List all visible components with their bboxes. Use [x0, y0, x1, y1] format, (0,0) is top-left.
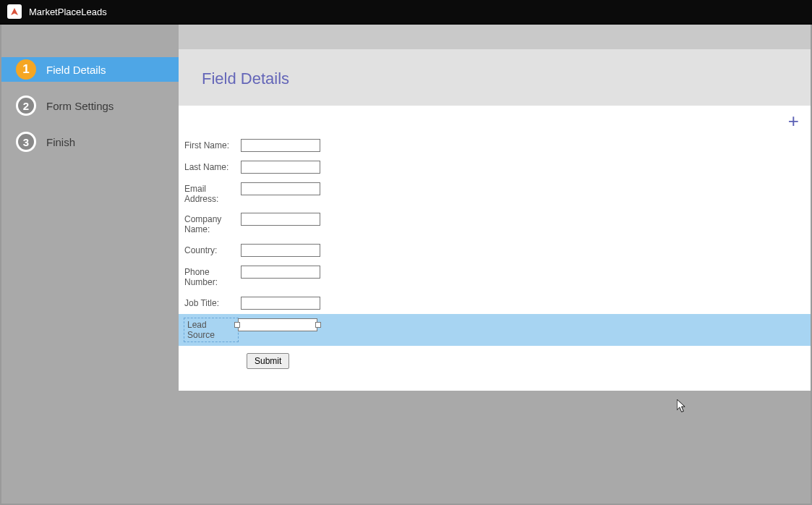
- company-input[interactable]: [241, 213, 320, 226]
- field-label: First Name:: [184, 139, 241, 150]
- step-field-details[interactable]: 1 Field Details: [1, 57, 179, 82]
- submit-row: Submit: [184, 346, 805, 369]
- form-area: + First Name: Last Name: Email Address: …: [179, 106, 811, 391]
- step-form-settings[interactable]: 2 Form Settings: [1, 93, 179, 118]
- add-field-icon[interactable]: +: [788, 111, 799, 130]
- field-row-email[interactable]: Email Address:: [184, 178, 805, 208]
- page-title: Field Details: [202, 69, 787, 88]
- field-label: Last Name:: [184, 161, 241, 172]
- step-badge-3: 3: [16, 132, 36, 152]
- titlebar: MarketPlaceLeads: [0, 0, 812, 25]
- toolbar: +: [179, 106, 811, 132]
- step-finish[interactable]: 3 Finish: [1, 130, 179, 154]
- step-badge-2: 2: [16, 96, 36, 116]
- app-icon: [7, 4, 22, 19]
- field-row-lead-source[interactable]: Lead Source: [179, 314, 811, 346]
- field-label: Company Name:: [184, 213, 241, 235]
- step-badge-1: 1: [16, 59, 36, 80]
- workspace: 1 Field Details 2 Form Settings 3 Finish…: [1, 25, 811, 504]
- submit-button[interactable]: Submit: [247, 353, 289, 369]
- field-row-country[interactable]: Country:: [184, 239, 805, 261]
- last-name-input[interactable]: [241, 161, 320, 174]
- field-label: Email Address:: [184, 182, 241, 204]
- job-title-input[interactable]: [241, 297, 320, 310]
- step-label-1: Field Details: [46, 64, 106, 76]
- field-row-job-title[interactable]: Job Title:: [184, 292, 805, 314]
- app-title: MarketPlaceLeads: [29, 7, 107, 17]
- step-label-2: Form Settings: [46, 100, 114, 112]
- selected-input-handles[interactable]: [238, 318, 317, 331]
- step-label-3: Finish: [46, 136, 75, 148]
- field-row-company[interactable]: Company Name:: [184, 208, 805, 239]
- header-strip: [179, 25, 811, 49]
- field-label: Phone Number:: [184, 266, 241, 288]
- country-input[interactable]: [241, 244, 320, 257]
- phone-input[interactable]: [241, 266, 320, 279]
- field-label: Country:: [184, 244, 241, 255]
- field-row-last-name[interactable]: Last Name:: [184, 156, 805, 178]
- email-input[interactable]: [241, 182, 320, 195]
- field-label: Lead Source: [184, 318, 238, 341]
- form-table: First Name: Last Name: Email Address: Co…: [179, 132, 811, 369]
- first-name-input[interactable]: [241, 139, 320, 152]
- sidebar: 1 Field Details 2 Form Settings 3 Finish: [1, 25, 179, 504]
- field-label: Job Title:: [184, 297, 241, 308]
- content: Field Details + First Name: Last Name: E…: [179, 25, 811, 504]
- field-row-first-name[interactable]: First Name:: [184, 135, 805, 156]
- field-row-phone[interactable]: Phone Number:: [184, 261, 805, 292]
- lead-source-input[interactable]: [238, 318, 317, 331]
- page-title-area: Field Details: [179, 49, 811, 106]
